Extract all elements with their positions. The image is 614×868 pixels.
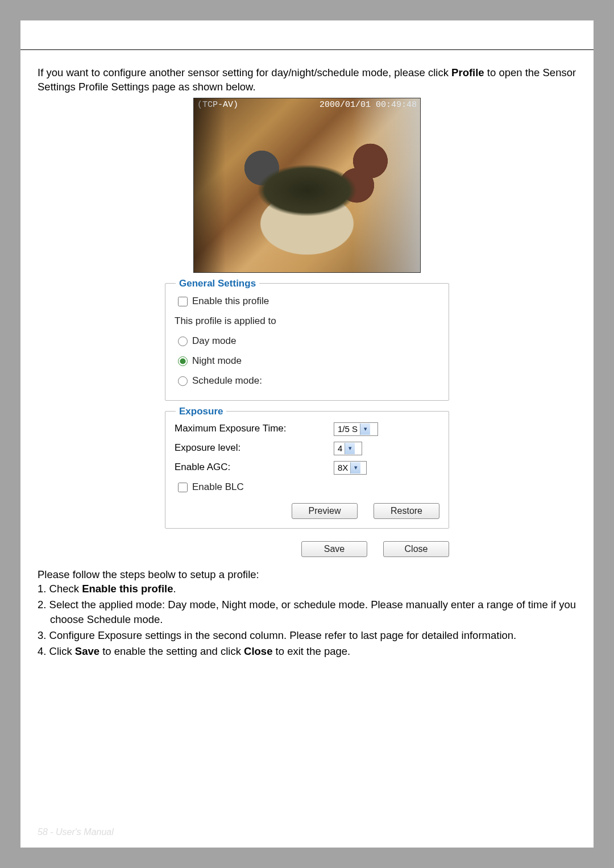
- manual-page: VIVOTEK If you want to configure another…: [20, 20, 594, 848]
- restore-button[interactable]: Restore: [374, 503, 439, 519]
- step-4-bold1: Save: [75, 645, 99, 657]
- video-preview: (TCP-AV) 2000/01/01 00:49:48: [193, 98, 421, 273]
- close-button[interactable]: Close: [383, 541, 449, 557]
- step-4-b: to enable the setting and click: [99, 645, 244, 657]
- step-4: 4. Click Save to enable the setting and …: [38, 644, 576, 660]
- day-mode-label: Day mode: [192, 335, 236, 348]
- step-4-bold2: Close: [244, 645, 272, 657]
- step-4-c: to exit the page.: [272, 645, 350, 657]
- max-exposure-row: Maximum Exposure Time: 1/5 S ▾: [175, 420, 439, 439]
- enable-profile-row: Enable this profile: [175, 292, 439, 312]
- step-1: 1. Check Enable this profile.: [38, 582, 576, 597]
- preview-scene-rug: [257, 164, 356, 217]
- footer-doc-title: User's Manual: [56, 827, 114, 837]
- exposure-button-row: Preview Restore: [175, 497, 439, 519]
- settings-panels: General Settings Enable this profile Thi…: [38, 283, 576, 557]
- enable-agc-select[interactable]: 8X ▾: [334, 461, 367, 475]
- steps-section: Please follow the steps beolw to setup a…: [38, 557, 576, 660]
- step-4-a: 4. Click: [38, 645, 75, 657]
- night-mode-label: Night mode: [192, 355, 242, 368]
- enable-blc-checkbox[interactable]: [178, 483, 188, 492]
- step-1-b: .: [173, 583, 176, 595]
- step-1-bold: Enable this profile: [82, 583, 173, 595]
- general-settings-fieldset: General Settings Enable this profile Thi…: [165, 283, 449, 401]
- enable-blc-row: Enable BLC: [175, 477, 439, 497]
- exposure-level-row: Exposure level: 4 ▾: [175, 439, 439, 458]
- page-button-row: Save Close: [165, 539, 449, 557]
- exposure-level-select[interactable]: 4 ▾: [334, 442, 362, 455]
- exposure-fieldset: Exposure Maximum Exposure Time: 1/5 S ▾ …: [165, 411, 449, 529]
- enable-blc-label: Enable BLC: [192, 481, 244, 494]
- steps-list: 1. Check Enable this profile. 2. Select …: [38, 582, 576, 659]
- step-3: 3. Configure Exposure settings in the se…: [38, 628, 576, 644]
- intro-profile-word: Profile: [451, 67, 484, 78]
- enable-agc-row: Enable AGC: 8X ▾: [175, 458, 439, 477]
- day-mode-radio[interactable]: [178, 337, 188, 346]
- intro-paragraph: If you want to configure another sensor …: [38, 66, 576, 94]
- day-mode-row: Day mode: [175, 331, 439, 351]
- page-footer: 58 - User's Manual: [38, 827, 114, 837]
- night-mode-radio[interactable]: [178, 356, 188, 366]
- schedule-mode-radio[interactable]: [178, 376, 188, 386]
- applied-to-label: This profile is applied to: [175, 312, 439, 331]
- enable-agc-label: Enable AGC:: [175, 461, 334, 474]
- steps-intro: Please follow the steps beolw to setup a…: [38, 567, 576, 582]
- enable-profile-label: Enable this profile: [192, 295, 269, 308]
- exposure-legend: Exposure: [176, 405, 226, 418]
- enable-profile-checkbox[interactable]: [178, 297, 188, 306]
- step-1-a: 1. Check: [38, 583, 82, 595]
- exposure-level-value: 4: [338, 443, 345, 454]
- enable-agc-value: 8X: [338, 462, 350, 474]
- preview-button[interactable]: Preview: [292, 503, 358, 519]
- night-mode-row: Night mode: [175, 351, 439, 371]
- schedule-mode-label: Schedule mode:: [192, 375, 262, 388]
- max-exposure-select[interactable]: 1/5 S ▾: [334, 422, 378, 436]
- page-number: 58: [38, 827, 48, 837]
- schedule-mode-row: Schedule mode:: [175, 371, 439, 391]
- exposure-level-label: Exposure level:: [175, 442, 334, 455]
- video-preview-container: (TCP-AV) 2000/01/01 00:49:48: [38, 94, 576, 283]
- page-header: VIVOTEK: [20, 20, 594, 47]
- chevron-down-icon: ▾: [360, 423, 370, 435]
- chevron-down-icon: ▾: [345, 443, 355, 454]
- page-content: If you want to configure another sensor …: [20, 50, 594, 660]
- intro-text-a: If you want to configure another sensor …: [38, 67, 451, 78]
- max-exposure-label: Maximum Exposure Time:: [175, 422, 334, 435]
- general-settings-legend: General Settings: [176, 277, 259, 290]
- max-exposure-value: 1/5 S: [338, 423, 360, 435]
- brand-logo: VIVOTEK: [38, 30, 576, 43]
- save-button[interactable]: Save: [301, 541, 367, 557]
- footer-sep: -: [48, 827, 56, 837]
- chevron-down-icon: ▾: [350, 462, 360, 474]
- step-2: 2. Select the applied mode: Day mode, Ni…: [38, 597, 576, 628]
